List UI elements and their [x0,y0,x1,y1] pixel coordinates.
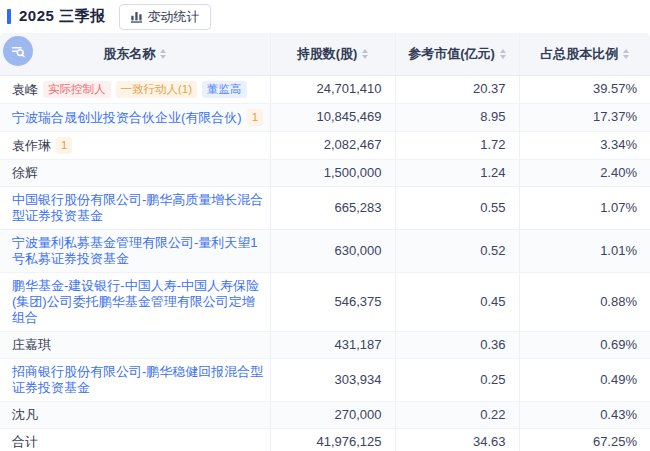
title-accent-bar [7,9,11,24]
shareholder-name-cell: 袁作琳1 [0,131,270,159]
shareholder-link[interactable]: 宁波瑞合晟创业投资合伙企业(有限合伙) [12,110,242,125]
ratio-cell: 67.25% [519,428,650,451]
sort-carets-icon[interactable] [500,49,506,59]
market-value-cell: 0.55 [395,186,519,229]
ratio-cell: 0.88% [519,272,650,331]
market-value-cell: 0.52 [395,229,519,272]
shareholder-link[interactable]: 鹏华基金-建设银行-中国人寿-中国人寿保险(集团)公司委托鹏华基金管理有限公司定… [12,278,259,325]
market-value-cell: 8.95 [395,103,519,131]
shareholder-table: 股东名称 持股数(股) 参考市值(亿元) [0,33,650,451]
column-label: 持股数(股) [297,45,358,63]
market-value-cell: 0.36 [395,331,519,358]
shareholder-link[interactable]: 招商银行股份有限公司-鹏华稳健回报混合型证券投资基金 [12,364,263,395]
market-value-cell: 20.37 [395,75,519,103]
shareholder-name-cell: 袁峰实际控制人一致行动人(1)董监高 [0,75,270,103]
market-value-cell: 1.72 [395,131,519,159]
shareholder-name: 袁作琳 [12,138,51,153]
shareholder-name-cell: 宁波瑞合晟创业投资合伙企业(有限合伙)1 [0,103,270,131]
shareholder-tag: 董监高 [202,81,247,98]
table-row: 袁作琳12,082,4671.723.34% [0,131,650,159]
shares-cell: 2,082,467 [270,131,395,159]
shares-cell: 270,000 [270,401,395,428]
ratio-cell: 1.07% [519,186,650,229]
shareholder-link[interactable]: 宁波量利私募基金管理有限公司-量利天望1号私募证券投资基金 [12,235,258,266]
sort-carets-icon[interactable] [623,49,629,59]
market-value-cell: 0.22 [395,401,519,428]
shares-cell: 630,000 [270,229,395,272]
shares-cell: 665,283 [270,186,395,229]
page-title: 2025 三季报 [19,7,106,26]
table-total-row: 合计41,976,12534.6367.25% [0,428,650,451]
column-label: 占总股本比例 [540,45,618,63]
shares-cell: 431,187 [270,331,395,358]
table-row: 中国银行股份有限公司-鹏华高质量增长混合型证券投资基金665,2830.551.… [0,186,650,229]
shareholder-name-cell: 宁波量利私募基金管理有限公司-量利天望1号私募证券投资基金 [0,229,270,272]
table-row: 沈凡270,0000.220.43% [0,401,650,428]
shareholder-name: 袁峰 [12,82,38,97]
shares-cell: 546,375 [270,272,395,331]
column-header-shares[interactable]: 持股数(股) [270,33,395,75]
market-value-cell: 34.63 [395,428,519,451]
ratio-cell: 0.69% [519,331,650,358]
sort-carets-icon[interactable] [160,49,166,59]
ratio-cell: 0.49% [519,358,650,401]
table-row: 招商银行股份有限公司-鹏华稳健回报混合型证券投资基金303,9340.250.4… [0,358,650,401]
shares-cell: 10,845,469 [270,103,395,131]
change-statistics-label: 变动统计 [148,8,200,26]
shares-cell: 1,500,000 [270,159,395,186]
ratio-cell: 17.37% [519,103,650,131]
ratio-cell: 0.43% [519,401,650,428]
sort-carets-icon[interactable] [362,49,368,59]
shareholder-link[interactable]: 中国银行股份有限公司-鹏华高质量增长混合型证券投资基金 [12,192,263,223]
table-row: 庄嘉琪431,1870.360.69% [0,331,650,358]
shareholder-name: 合计 [12,434,38,449]
shareholder-tag: 1 [247,109,263,126]
shares-cell: 24,701,410 [270,75,395,103]
shareholder-name: 庄嘉琪 [12,337,51,352]
ratio-cell: 2.40% [519,159,650,186]
column-label: 股东名称 [103,45,155,63]
shares-cell: 303,934 [270,358,395,401]
filter-search-icon[interactable] [3,36,33,66]
column-header-market-value[interactable]: 参考市值(亿元) [395,33,519,75]
shareholder-table-body: 袁峰实际控制人一致行动人(1)董监高24,701,41020.3739.57%宁… [0,75,650,451]
shareholder-name-cell: 招商银行股份有限公司-鹏华稳健回报混合型证券投资基金 [0,358,270,401]
table-row: 袁峰实际控制人一致行动人(1)董监高24,701,41020.3739.57% [0,75,650,103]
shareholder-name-cell: 合计 [0,428,270,451]
shareholder-name-cell: 徐辉 [0,159,270,186]
report-topbar: 2025 三季报 变动统计 [0,0,650,33]
shareholder-tag: 实际控制人 [43,81,111,98]
table-row: 宁波量利私募基金管理有限公司-量利天望1号私募证券投资基金630,0000.52… [0,229,650,272]
ratio-cell: 1.01% [519,229,650,272]
shareholder-name-cell: 庄嘉琪 [0,331,270,358]
shareholder-name-cell: 中国银行股份有限公司-鹏华高质量增长混合型证券投资基金 [0,186,270,229]
market-value-cell: 0.25 [395,358,519,401]
column-header-ratio[interactable]: 占总股本比例 [519,33,650,75]
shareholder-name-cell: 鹏华基金-建设银行-中国人寿-中国人寿保险(集团)公司委托鹏华基金管理有限公司定… [0,272,270,331]
shares-cell: 41,976,125 [270,428,395,451]
market-value-cell: 0.45 [395,272,519,331]
shareholder-tag: 1 [56,137,72,154]
table-row: 徐辉1,500,0001.242.40% [0,159,650,186]
bar-chart-icon [130,10,143,23]
change-statistics-button[interactable]: 变动统计 [119,4,211,30]
shareholder-name: 沈凡 [12,407,38,422]
shareholder-name-cell: 沈凡 [0,401,270,428]
shareholder-tag: 一致行动人(1) [116,81,198,98]
column-header-shareholder-name[interactable]: 股东名称 [0,33,270,75]
table-row: 鹏华基金-建设银行-中国人寿-中国人寿保险(集团)公司委托鹏华基金管理有限公司定… [0,272,650,331]
column-label: 参考市值(亿元) [408,45,495,63]
table-row: 宁波瑞合晟创业投资合伙企业(有限合伙)110,845,4698.9517.37% [0,103,650,131]
market-value-cell: 1.24 [395,159,519,186]
report-panel: 2025 三季报 变动统计 [0,0,650,451]
table-header: 股东名称 持股数(股) 参考市值(亿元) [0,33,650,75]
ratio-cell: 3.34% [519,131,650,159]
shareholder-name: 徐辉 [12,165,38,180]
ratio-cell: 39.57% [519,75,650,103]
